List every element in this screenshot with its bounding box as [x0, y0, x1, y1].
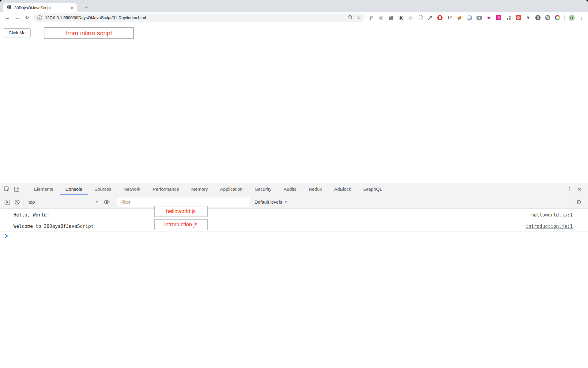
tab-console[interactable]: Console — [59, 183, 89, 195]
extensions-bar: Ƒ ◎ {…} ƒ? ★ ⚙ ♥ G W { } — [368, 14, 575, 21]
tab-adblock[interactable]: AdBlock — [328, 183, 357, 195]
stop-hand-icon[interactable] — [436, 14, 443, 21]
devtools-settings-gear-icon[interactable]: ⚙ — [574, 197, 584, 207]
console-log-row: Hello, World! helloworld.js:1 — [0, 209, 588, 221]
reload-button[interactable]: ↻ — [23, 14, 31, 22]
console-filter-input[interactable] — [117, 197, 250, 207]
console-sidebar-toggle-icon[interactable] — [2, 197, 12, 207]
separator — [562, 186, 562, 193]
heart-magnifier-icon[interactable]: ♥ — [525, 14, 532, 21]
site-info-icon[interactable]: i — [37, 15, 42, 20]
address-bar[interactable]: i 127.0.0.1:5500/30DaysOfJavaScript/01-D… — [34, 13, 364, 22]
tab-audits[interactable]: Audits — [277, 183, 303, 195]
tab-security[interactable]: Security — [249, 183, 277, 195]
inspect-element-icon[interactable] — [2, 184, 12, 194]
chrome-menu-kebab-icon[interactable]: ⋮ — [578, 14, 585, 21]
zoom-icon[interactable] — [348, 15, 353, 21]
tab-network[interactable]: Network — [118, 183, 147, 195]
favicon-globe-icon — [7, 5, 12, 11]
live-expression-eye-icon[interactable] — [102, 197, 111, 207]
bug-icon[interactable] — [397, 14, 404, 21]
context-selector-value: top — [28, 199, 35, 205]
devtools-kebab-icon[interactable]: ⋮ — [565, 186, 573, 192]
tab-application[interactable]: Application — [214, 183, 249, 195]
devtools-tabs: Elements Console Sources Network Perform… — [28, 183, 388, 195]
annotation-helloworld: helloworld.js — [154, 206, 208, 217]
console-message: Welcome to 30DaysOfJavaScript — [13, 224, 94, 229]
console-toolbar: top ▼ Default levels ▼ ⚙ — [0, 195, 588, 209]
prompt-chevron-icon — [5, 234, 8, 239]
g-circle-icon[interactable]: G — [534, 14, 541, 21]
page-viewport: Click Me from inline script — [0, 23, 588, 183]
target-circle-icon[interactable]: ◎ — [378, 14, 385, 21]
device-toolbar-icon[interactable] — [12, 184, 21, 194]
browser-window: 30DaysOfJavaScript × + ← → ↻ i 127.0.0.1… — [0, 0, 588, 368]
console-message: Hello, World! — [13, 212, 49, 218]
forward-button[interactable]: → — [13, 14, 21, 22]
clear-console-icon[interactable] — [12, 197, 22, 207]
url-text[interactable]: 127.0.0.1:5500/30DaysOfJavaScript/01-Day… — [45, 15, 348, 20]
browser-toolbar: ← → ↻ i 127.0.0.1:5500/30DaysOfJavaScrip… — [0, 12, 588, 23]
separator — [100, 198, 100, 206]
separator — [572, 198, 572, 206]
context-selector[interactable]: top ▼ — [25, 197, 98, 207]
fonts-icon[interactable]: Ƒ — [368, 14, 375, 21]
click-me-button[interactable]: Click Me — [4, 28, 31, 37]
camera-icon[interactable] — [476, 14, 483, 21]
tab-strip: 30DaysOfJavaScript × + — [0, 0, 588, 12]
console-prompt[interactable] — [0, 232, 588, 241]
devtools-close-icon[interactable]: × — [575, 186, 584, 192]
devtools-tabbar-actions: ⋮ × — [560, 186, 584, 193]
atom-icon[interactable] — [407, 14, 414, 21]
separator — [23, 186, 23, 193]
console-messages: Hello, World! helloworld.js:1 Welcome to… — [0, 209, 588, 241]
w-circle-icon[interactable]: W — [544, 14, 551, 21]
tab-title: 30DaysOfJavaScript — [14, 6, 67, 10]
function-question-icon[interactable]: ƒ? — [446, 14, 453, 21]
green-braces-icon[interactable]: { } — [568, 14, 575, 21]
tab-performance[interactable]: Performance — [147, 183, 185, 195]
inline-script-box: from inline script — [44, 27, 134, 39]
log-levels-selector[interactable]: Default levels ▼ — [254, 199, 287, 205]
braces-circle-icon[interactable]: {…} — [417, 14, 424, 21]
eyedropper-icon[interactable] — [427, 14, 434, 21]
annotation-introduction: introduction.js — [154, 219, 208, 230]
megaphone-icon[interactable] — [456, 14, 463, 21]
tab-elements[interactable]: Elements — [28, 183, 59, 195]
tab-memory[interactable]: Memory — [185, 183, 214, 195]
pink-star-icon[interactable]: ★ — [485, 14, 492, 21]
tab-graphql[interactable]: GraphQL — [357, 183, 388, 195]
back-button[interactable]: ← — [3, 14, 11, 22]
separator — [564, 15, 565, 21]
blocks-arrow-icon[interactable] — [505, 14, 512, 21]
tab-redux[interactable]: Redux — [303, 183, 328, 195]
separator — [24, 198, 24, 206]
color-wheel-icon[interactable] — [554, 14, 561, 21]
new-tab-button[interactable]: + — [82, 3, 90, 11]
omnibox-actions: ☆ — [348, 14, 361, 21]
devtools-tab-bar: Elements Console Sources Network Perform… — [0, 183, 588, 195]
swirl-icon[interactable] — [466, 14, 473, 21]
chevron-down-icon: ▼ — [285, 201, 287, 204]
tab-close-icon[interactable]: × — [70, 5, 74, 10]
bookmark-star-icon[interactable]: ☆ — [356, 14, 361, 21]
tab-sources[interactable]: Sources — [89, 183, 118, 195]
source-link[interactable]: introduction.js:1 — [526, 224, 573, 229]
console-log-row: Welcome to 30DaysOfJavaScript introducti… — [0, 221, 588, 232]
red-ring-icon[interactable] — [515, 14, 522, 21]
browser-tab[interactable]: 30DaysOfJavaScript × — [3, 3, 77, 12]
columns-icon[interactable] — [387, 14, 394, 21]
devtools-panel: Elements Console Sources Network Perform… — [0, 183, 588, 368]
source-link[interactable]: helloworld.js:1 — [531, 212, 573, 218]
separator — [113, 198, 113, 206]
chevron-down-icon: ▼ — [96, 201, 98, 204]
pink-gear-square-icon[interactable]: ⚙ — [495, 14, 502, 21]
log-levels-value: Default levels — [254, 199, 282, 205]
